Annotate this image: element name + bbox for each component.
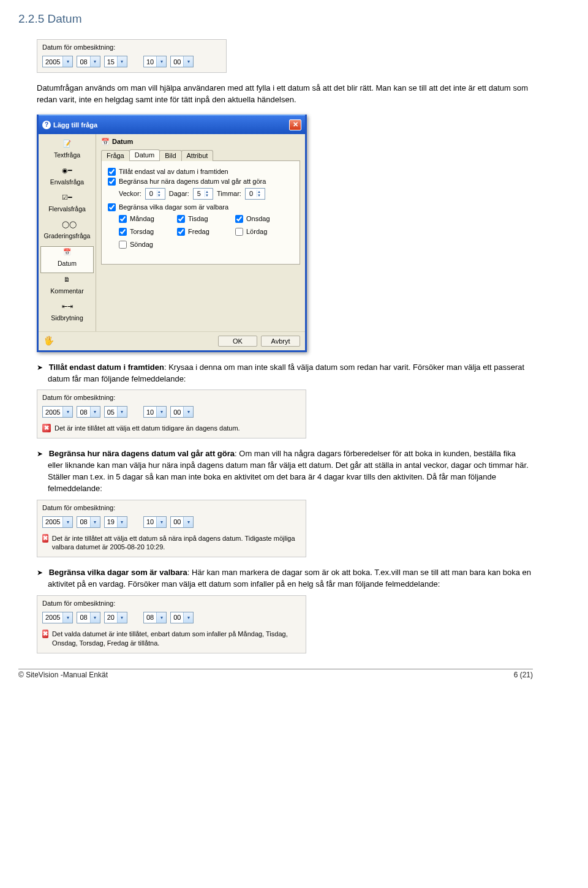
checklist-icon: ☑━ (62, 194, 73, 204)
minute-select[interactable]: 00▾ (170, 516, 194, 528)
hours-stepper[interactable]: 0▲▼ (245, 188, 265, 200)
hours-label: Timmar: (217, 190, 241, 197)
field-label: Datum för ombesiktning: (37, 390, 306, 402)
dialog-title: Lägg till fråga (53, 121, 97, 129)
tab-datum[interactable]: Datum (129, 149, 160, 160)
sidebar-item-graderingsfraga[interactable]: ◯◯Graderingsfråga (40, 219, 94, 246)
year-select[interactable]: 2005▾ (42, 516, 73, 528)
add-question-dialog: ? Lägg till fråga ✕ 📝Textfråga ◉━Envalsf… (37, 115, 307, 352)
minute-select[interactable]: 00▾ (170, 612, 194, 623)
chevron-down-icon: ▾ (62, 407, 72, 417)
year-select[interactable]: 2005▾ (42, 56, 73, 67)
date-widget-1: Datum för ombesiktning: 2005▾ 08▾ 15▾ 10… (37, 39, 227, 73)
day-select[interactable]: 20▾ (104, 612, 127, 623)
minute-select[interactable]: 00▾ (170, 406, 194, 418)
day-select[interactable]: 19▾ (104, 516, 127, 528)
cb-limit-near[interactable]: Begränsa hur nära dagens datum val går a… (108, 178, 293, 186)
cb-future-only[interactable]: Tillåt endast val av datum i framtiden (108, 168, 293, 176)
bullet-limit-days: Begränsa vilka dagar som är valbara: Här… (37, 567, 533, 590)
hour-select[interactable]: 10▾ (143, 516, 167, 528)
day-monday[interactable]: Måndag (119, 215, 177, 223)
hour-select[interactable]: 10▾ (143, 56, 167, 67)
chevron-down-icon: ▾ (62, 517, 72, 527)
document-icon: 📝 (62, 140, 73, 150)
hour-select[interactable]: 10▾ (143, 406, 167, 418)
minute-select[interactable]: 00▾ (170, 56, 194, 67)
sidebar-item-flervalsfraga[interactable]: ☑━Flervalsfråga (40, 192, 94, 219)
error-icon: ✖ (42, 424, 51, 432)
field-label: Datum för ombesiktning: (37, 40, 226, 52)
tab-attribut[interactable]: Attribut (181, 150, 214, 161)
chevron-down-icon: ▾ (117, 517, 127, 527)
day-friday[interactable]: Fredag (177, 228, 235, 236)
hour-select[interactable]: 08▾ (143, 612, 167, 623)
tab-bar: Fråga Datum Bild Attribut (101, 149, 300, 161)
sidebar-item-envalsfraga[interactable]: ◉━Envalsfråga (40, 165, 94, 192)
error-icon: ✖ (42, 534, 48, 543)
error-message: Det är inte tillåtet att välja ett datum… (55, 424, 240, 433)
chevron-down-icon: ▾ (156, 517, 166, 527)
calendar-icon: 📅 (101, 138, 110, 146)
comment-icon: 🗎 (62, 276, 73, 286)
page-footer: © SiteVision -Manual Enkät 6 (21) (18, 669, 533, 679)
error-message: Det är inte tillåtet att välja ett datum… (52, 534, 301, 552)
day-wednesday[interactable]: Onsdag (235, 215, 293, 223)
chevron-down-icon: ▾ (183, 56, 193, 67)
chevron-down-icon: ▾ (90, 56, 100, 67)
weeks-label: Veckor: (119, 190, 141, 197)
chevron-down-icon: ▾ (62, 612, 72, 623)
date-widget-error-near: Datum för ombesiktning: 2005▾ 08▾ 19▾ 10… (37, 500, 306, 558)
ok-button[interactable]: OK (218, 336, 257, 347)
section-heading: 2.2.5 Datum (18, 12, 533, 26)
pagebreak-icon: ⇤⇥ (62, 303, 73, 313)
chevron-down-icon: ▾ (117, 407, 127, 417)
days-stepper[interactable]: 5▲▼ (193, 188, 213, 200)
bullet-future-only: Tillåt endast datum i framtiden: Krysaa … (37, 362, 533, 385)
error-icon: ✖ (42, 630, 48, 638)
field-label: Datum för ombesiktning: (37, 596, 306, 608)
day-saturday[interactable]: Lördag (235, 228, 293, 236)
day-tuesday[interactable]: Tisdag (177, 215, 235, 223)
sidebar-item-sidbrytning[interactable]: ⇤⇥Sidbrytning (40, 301, 94, 328)
chevron-down-icon: ▾ (183, 612, 193, 623)
day-sunday[interactable]: Söndag (119, 241, 177, 249)
tab-bild[interactable]: Bild (159, 150, 181, 161)
year-select[interactable]: 2005▾ (42, 406, 73, 418)
footer-left: © SiteVision -Manual Enkät (18, 671, 108, 679)
chevron-down-icon: ▾ (90, 407, 100, 417)
chevron-down-icon: ▾ (183, 517, 193, 527)
close-icon[interactable]: ✕ (289, 119, 301, 130)
chevron-down-icon: ▾ (90, 612, 100, 623)
cb-limit-days[interactable]: Begränsa vilka dagar som är valbara (108, 203, 293, 211)
sidebar-item-textfraga[interactable]: 📝Textfråga (40, 138, 94, 165)
year-select[interactable]: 2005▾ (42, 612, 73, 623)
cancel-button[interactable]: Avbryt (261, 336, 300, 347)
sidebar: 📝Textfråga ◉━Envalsfråga ☑━Flervalsfråga… (39, 134, 96, 331)
date-widget-error-past: Datum för ombesiktning: 2005▾ 08▾ 05▾ 10… (37, 389, 306, 438)
day-select[interactable]: 15▾ (104, 56, 127, 67)
chevron-down-icon: ▾ (156, 56, 166, 67)
month-select[interactable]: 08▾ (77, 612, 100, 623)
dialog-titlebar: ? Lägg till fråga ✕ (39, 115, 305, 134)
footer-right: 6 (21) (514, 671, 533, 679)
day-select[interactable]: 05▾ (104, 406, 127, 418)
radio-icon: ◉━ (62, 167, 73, 177)
help-icon: ? (42, 121, 51, 129)
tab-fraga[interactable]: Fråga (101, 150, 130, 161)
day-thursday[interactable]: Torsdag (119, 228, 177, 236)
month-select[interactable]: 08▾ (77, 516, 100, 528)
month-select[interactable]: 08▾ (77, 56, 100, 67)
weeks-stepper[interactable]: 0▲▼ (145, 188, 165, 200)
vendor-icon: 🖐 (43, 336, 54, 347)
field-label: Datum för ombesiktning: (37, 500, 306, 513)
chevron-down-icon: ▾ (62, 56, 72, 67)
error-message: Det valda datumet är inte tillåtet, enba… (52, 630, 301, 648)
chevron-down-icon: ▾ (156, 612, 166, 623)
chevron-down-icon: ▾ (183, 407, 193, 417)
month-select[interactable]: 08▾ (77, 406, 100, 418)
rating-icon: ◯◯ (62, 221, 73, 231)
sidebar-item-kommentar[interactable]: 🗎Kommentar (40, 274, 94, 301)
intro-paragraph: Datumfrågan används om man vill hjälpa a… (37, 83, 533, 106)
sidebar-item-datum[interactable]: 📅Datum (40, 246, 94, 273)
days-label: Dagar: (169, 190, 189, 197)
